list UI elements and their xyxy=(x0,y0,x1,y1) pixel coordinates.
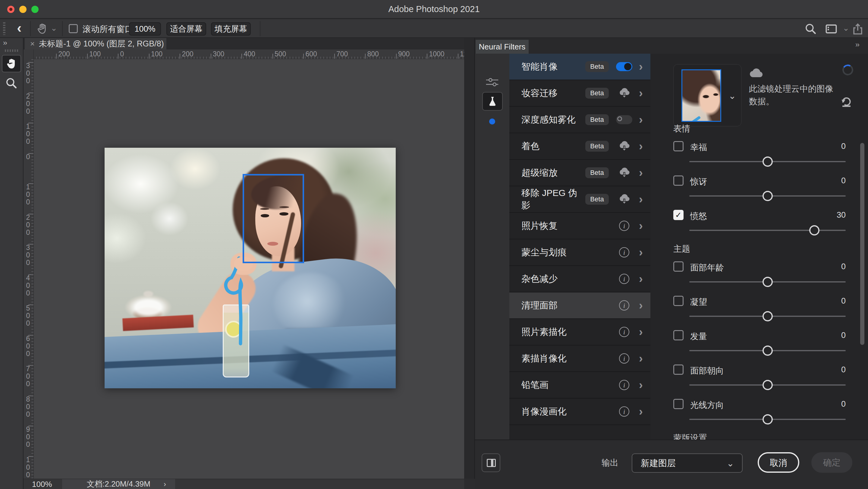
divider xyxy=(30,21,31,36)
slider-checkbox[interactable] xyxy=(673,262,684,272)
info-icon[interactable]: i xyxy=(619,406,629,417)
filter-row-8[interactable]: 蒙尘与划痕i› xyxy=(509,239,650,266)
face-thumbnail[interactable] xyxy=(681,69,721,122)
slider-label: 面部年龄 xyxy=(690,262,724,273)
slider-checkbox[interactable] xyxy=(673,176,684,186)
slider-checkbox[interactable] xyxy=(673,399,684,409)
chevron-right-icon[interactable]: › xyxy=(639,193,646,205)
info-icon[interactable]: i xyxy=(619,274,629,284)
filter-row-1[interactable]: 智能肖像Beta› xyxy=(509,54,650,80)
document-tab[interactable]: ×未标题-1 @ 100% (图层 2, RGB/8) * xyxy=(25,38,166,50)
slider-checkbox[interactable] xyxy=(673,296,684,306)
panel-overflow-icon[interactable]: ›› xyxy=(855,40,859,49)
filter-row-2[interactable]: 妆容迁移Beta› xyxy=(509,80,650,107)
cloud-download-icon[interactable] xyxy=(618,194,630,205)
thumbnail-chevron-icon[interactable]: ⌄ xyxy=(728,90,736,101)
chevron-right-icon[interactable]: › xyxy=(639,246,646,258)
status-bar: 100% 文档:2.20M/4.39M › xyxy=(24,479,464,489)
all-filters-icon[interactable] xyxy=(485,77,499,87)
slider-thumb[interactable] xyxy=(763,380,773,390)
output-selected-value: 新建图层 xyxy=(641,454,676,472)
chevron-right-icon[interactable]: › xyxy=(639,299,646,311)
wait-list-dot-icon[interactable] xyxy=(489,119,495,124)
chevron-right-icon[interactable]: › xyxy=(639,220,646,232)
chevron-right-icon[interactable]: › xyxy=(639,140,646,152)
preview-split-button[interactable] xyxy=(482,453,500,472)
cloud-download-icon[interactable] xyxy=(618,88,630,99)
hruler-number: 800 xyxy=(367,50,379,58)
slider-checkbox[interactable] xyxy=(673,141,684,151)
canvas-area[interactable] xyxy=(34,59,464,479)
slider-track[interactable] xyxy=(689,230,846,231)
filter-toggle[interactable] xyxy=(616,115,632,124)
filter-toggle[interactable] xyxy=(616,62,632,71)
filter-row-4[interactable]: 着色Beta› xyxy=(509,133,650,160)
chevron-right-icon[interactable]: › xyxy=(639,87,646,99)
filter-row-5[interactable]: 超级缩放Beta› xyxy=(509,160,650,186)
beta-badge: Beta xyxy=(585,194,609,205)
zoom-100-button[interactable]: 100% xyxy=(129,22,161,36)
slider-checkbox[interactable] xyxy=(673,365,684,375)
chevron-right-icon[interactable]: › xyxy=(639,114,646,126)
filter-row-3[interactable]: 深度感知雾化Beta› xyxy=(509,107,650,133)
fill-screen-button[interactable]: 填充屏幕 xyxy=(211,22,251,36)
close-tab-icon[interactable]: × xyxy=(30,39,35,48)
info-icon[interactable]: i xyxy=(619,353,629,364)
chevron-right-icon[interactable]: › xyxy=(639,379,646,391)
slider-thumb[interactable] xyxy=(763,277,773,287)
filter-row-11[interactable]: 照片素描化i› xyxy=(509,319,650,345)
filter-row-9[interactable]: 杂色减少i› xyxy=(509,266,650,293)
face-thumbnail-box[interactable]: ⌄ xyxy=(673,64,741,126)
neural-filters-tab[interactable]: Neural Filters xyxy=(475,40,529,54)
filter-row-14[interactable]: 肖像漫画化i› xyxy=(509,399,650,425)
chevron-right-icon[interactable]: › xyxy=(639,167,646,179)
info-icon[interactable]: i xyxy=(619,221,629,231)
slider-thumb[interactable] xyxy=(763,156,773,167)
workspace-dropdown-chevron[interactable]: ⌄ xyxy=(843,24,849,33)
cloud-download-icon[interactable] xyxy=(618,141,630,152)
slider-thumb[interactable] xyxy=(763,414,773,425)
fit-screen-button[interactable]: 适合屏幕 xyxy=(166,22,206,36)
ok-button[interactable]: 确定 xyxy=(811,452,852,473)
hand-tool-icon[interactable] xyxy=(36,23,48,35)
filter-row-10[interactable]: 清理面部i› xyxy=(509,293,650,319)
info-icon[interactable]: i xyxy=(619,247,629,257)
search-icon[interactable] xyxy=(804,22,817,36)
cancel-button[interactable]: 取消 xyxy=(758,452,799,473)
cloud-download-icon[interactable] xyxy=(618,167,630,178)
chevron-right-icon[interactable]: › xyxy=(639,405,646,418)
hand-tool-button[interactable] xyxy=(2,55,21,72)
chevron-right-icon[interactable]: › xyxy=(639,326,646,338)
scroll-all-windows-checkbox[interactable] xyxy=(69,24,78,33)
slider-thumb[interactable] xyxy=(763,191,773,201)
face-detection-box[interactable] xyxy=(243,174,304,263)
chevron-right-icon[interactable]: › xyxy=(639,353,646,365)
slider-thumb[interactable] xyxy=(809,225,819,236)
slider-thumb[interactable] xyxy=(763,311,773,322)
back-arrow-button[interactable]: ‹ xyxy=(12,21,27,36)
info-icon[interactable]: i xyxy=(619,300,629,310)
slider-checkbox[interactable] xyxy=(673,330,684,340)
status-zoom-level[interactable]: 100% xyxy=(32,479,52,489)
workspace-icon[interactable] xyxy=(825,22,838,36)
detail-scrollbar[interactable] xyxy=(860,143,864,345)
info-icon[interactable]: i xyxy=(619,380,629,390)
filter-row-7[interactable]: 照片恢复i› xyxy=(509,213,650,239)
hand-tool-dropdown-chevron[interactable]: ⌄ xyxy=(51,24,57,33)
info-icon[interactable]: i xyxy=(619,327,629,337)
chevron-right-icon[interactable]: › xyxy=(639,61,646,73)
beta-filters-icon[interactable] xyxy=(482,92,503,111)
slider-thumb[interactable] xyxy=(763,345,773,356)
tools-overflow-icon[interactable]: ›› xyxy=(3,39,7,47)
filter-row-13[interactable]: 铅笔画i› xyxy=(509,372,650,399)
filter-row-12[interactable]: 素描肖像化i› xyxy=(509,345,650,372)
chevron-right-icon[interactable]: › xyxy=(639,273,646,285)
share-icon[interactable] xyxy=(851,22,864,36)
slider-checkbox[interactable]: ✓ xyxy=(673,210,684,220)
zoom-tool-button[interactable] xyxy=(5,77,18,90)
status-doc-info[interactable]: 文档:2.20M/4.39M xyxy=(62,479,175,489)
filter-row-6[interactable]: 移除 JPEG 伪影Beta› xyxy=(509,186,650,213)
status-chevron-icon[interactable]: › xyxy=(164,479,166,489)
output-select[interactable]: 新建图层 ⌄ xyxy=(632,453,743,473)
reset-icon[interactable] xyxy=(840,96,852,107)
